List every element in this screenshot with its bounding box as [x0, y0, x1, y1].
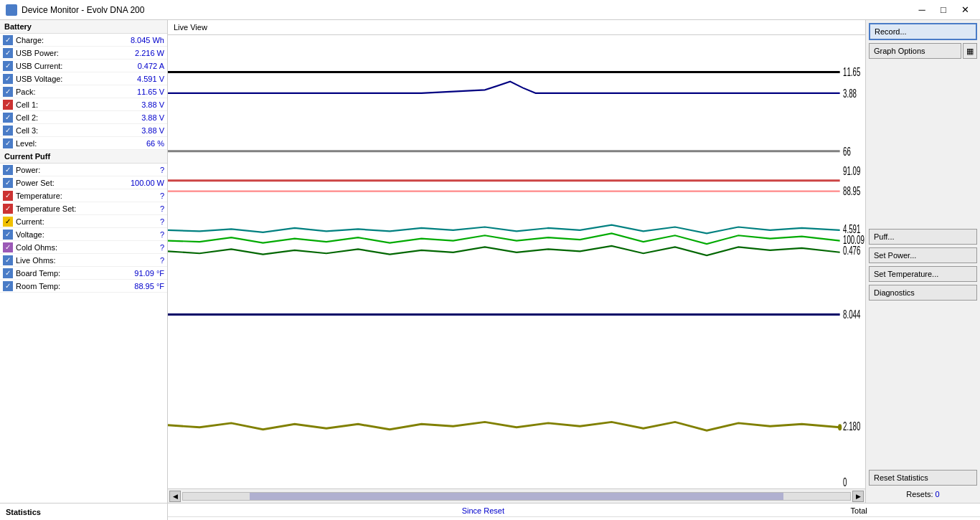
set-power-button[interactable]: Set Power...: [869, 247, 977, 263]
level-row: Level: 66 %: [0, 137, 167, 150]
power-set-checkbox[interactable]: [3, 178, 13, 188]
level-value: 66 %: [121, 139, 164, 148]
maximize-button[interactable]: □: [934, 4, 953, 16]
battery-charge-row: Charge: 8.045 Wh: [0, 34, 167, 47]
usb-power-label: USB Power:: [16, 49, 121, 57]
scroll-thumb: [250, 493, 783, 500]
pack-value: 11.65 V: [121, 88, 164, 96]
cell3-checkbox[interactable]: [3, 126, 13, 136]
charge-checkbox[interactable]: [3, 35, 13, 45]
resets-label-row: Resets: 0: [869, 488, 977, 500]
stats-center: Since Reset Total: [168, 504, 980, 520]
live-view-header: Live View: [168, 20, 865, 35]
power-value: ?: [121, 166, 164, 174]
cell3-label: Cell 3:: [16, 126, 121, 135]
scroll-track[interactable]: [182, 492, 851, 501]
cell1-row: Cell 1: 3.88 V: [0, 98, 167, 111]
room-temp-row: Room Temp: 88.95 °F: [0, 280, 167, 293]
svg-text:0: 0: [843, 476, 847, 488]
svg-text:91.09: 91.09: [843, 165, 860, 178]
cold-ohms-label: Cold Ohms:: [16, 243, 121, 252]
current-label: Current:: [16, 217, 121, 226]
live-ohms-value: ?: [121, 256, 164, 265]
room-temp-checkbox[interactable]: [3, 281, 13, 291]
temperature-set-label: Temperature Set:: [16, 204, 121, 213]
room-temp-value: 88.95 °F: [121, 282, 164, 290]
usb-voltage-row: USB Voltage: 4.591 V: [0, 72, 167, 85]
battery-section-header: Battery: [0, 20, 167, 34]
temperature-set-row: Temperature Set: ?: [0, 202, 167, 215]
usb-current-checkbox[interactable]: [3, 61, 13, 71]
graph-options-row: Graph Options ▦: [869, 43, 977, 59]
current-row: Current: ?: [0, 215, 167, 228]
usb-current-label: USB Current:: [16, 62, 121, 70]
right-panel: Record... Graph Options ▦ Puff... Set Po…: [865, 20, 980, 503]
svg-text:2.180: 2.180: [843, 420, 860, 433]
pack-checkbox[interactable]: [3, 87, 13, 97]
window-controls[interactable]: ─ □ ✕: [913, 4, 974, 16]
scroll-right-btn[interactable]: ▶: [852, 491, 864, 502]
svg-text:88.95: 88.95: [843, 185, 860, 198]
cell1-value: 3.88 V: [121, 100, 164, 109]
cold-ohms-value: ?: [121, 243, 164, 252]
cold-ohms-row: Cold Ohms: ?: [0, 241, 167, 254]
svg-text:66: 66: [843, 145, 851, 158]
board-temp-row: Board Temp: 91.09 °F: [0, 267, 167, 280]
temperature-set-checkbox[interactable]: [3, 204, 13, 214]
current-checkbox[interactable]: [3, 217, 13, 227]
power-set-row: Power Set: 100.00 W: [0, 176, 167, 189]
graph-options-button[interactable]: Graph Options: [869, 43, 961, 59]
current-value: ?: [121, 217, 164, 226]
board-temp-checkbox[interactable]: [3, 268, 13, 278]
usb-power-checkbox[interactable]: [3, 48, 13, 58]
resets-value: 0: [936, 490, 940, 498]
cell2-value: 3.88 V: [121, 113, 164, 122]
level-label: Level:: [16, 139, 121, 148]
live-ohms-checkbox[interactable]: [3, 255, 13, 265]
voltage-value: ?: [121, 230, 164, 239]
voltage-checkbox[interactable]: [3, 230, 13, 240]
svg-point-16: [838, 424, 842, 430]
usb-voltage-label: USB Voltage:: [16, 75, 121, 83]
temperature-label: Temperature:: [16, 192, 121, 200]
reset-statistics-button[interactable]: Reset Statistics: [869, 470, 977, 486]
level-checkbox[interactable]: [3, 138, 13, 148]
usb-voltage-checkbox[interactable]: [3, 74, 13, 84]
graph-options-icon-button[interactable]: ▦: [963, 43, 977, 59]
power-checkbox[interactable]: [3, 165, 13, 175]
diagnostics-button[interactable]: Diagnostics: [869, 285, 977, 301]
current-puff-section-header: Current Puff: [0, 150, 167, 164]
cell1-checkbox[interactable]: [3, 100, 13, 110]
temperature-checkbox[interactable]: [3, 191, 13, 201]
power-label: Power:: [16, 166, 121, 174]
app-icon: [6, 4, 17, 16]
left-panel: Battery Charge: 8.045 Wh USB Power: 2.21…: [0, 20, 168, 503]
power-set-label: Power Set:: [16, 179, 121, 187]
temperature-value: ?: [121, 192, 164, 200]
record-button[interactable]: Record...: [869, 23, 977, 40]
title-bar: Device Monitor - Evolv DNA 200 ─ □ ✕: [0, 0, 980, 20]
scroll-left-btn[interactable]: ◀: [169, 491, 181, 502]
power-row: Power: ?: [0, 164, 167, 176]
temperature-set-value: ?: [121, 204, 164, 213]
graph-canvas: 11.65 3.88 66 91.09 88.95 4.591 100.09: [168, 35, 865, 488]
cold-ohms-checkbox[interactable]: [3, 242, 13, 252]
pack-label: Pack:: [16, 88, 121, 96]
set-temperature-button[interactable]: Set Temperature...: [869, 266, 977, 282]
voltage-row: Voltage: ?: [0, 228, 167, 241]
cell2-label: Cell 2:: [16, 113, 121, 122]
board-temp-label: Board Temp:: [16, 269, 121, 278]
live-ohms-label: Live Ohms:: [16, 256, 121, 265]
minimize-button[interactable]: ─: [913, 4, 931, 16]
stats-left: Statistics Puffs: Temp-Protected: Energy…: [0, 504, 168, 520]
cell2-checkbox[interactable]: [3, 113, 13, 123]
resets-label: Resets:: [906, 490, 933, 498]
puff-button[interactable]: Puff...: [869, 229, 977, 245]
cell1-label: Cell 1:: [16, 100, 121, 109]
close-button[interactable]: ✕: [956, 4, 974, 16]
board-temp-value: 91.09 °F: [121, 269, 164, 278]
usb-current-value: 0.472 A: [121, 62, 164, 70]
usb-power-value: 2.216 W: [121, 49, 164, 57]
svg-text:0.476: 0.476: [843, 244, 860, 257]
usb-voltage-value: 4.591 V: [121, 75, 164, 83]
